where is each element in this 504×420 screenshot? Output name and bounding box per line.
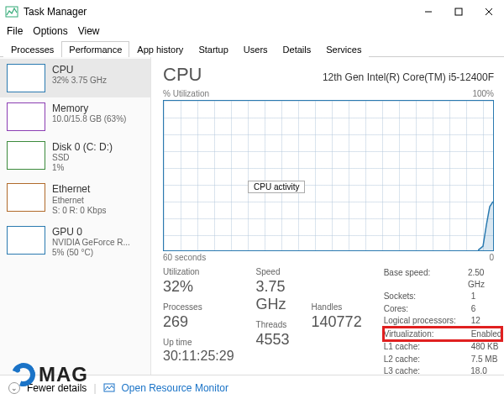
spec-sockets-v: 1 bbox=[471, 291, 476, 302]
sidebar-item-gpu[interactable]: GPU 0 NVIDIA GeForce R... 5% (50 °C) bbox=[0, 221, 150, 263]
window-title: Task Manager bbox=[24, 6, 413, 18]
gpu-thumbnail bbox=[7, 226, 45, 255]
spec-lp-k: Logical processors: bbox=[384, 315, 459, 327]
sidebar-item-cpu[interactable]: CPU 32% 3.75 GHz bbox=[0, 59, 150, 97]
sidebar-item-disk[interactable]: Disk 0 (C: D:) SSD 1% bbox=[0, 136, 150, 178]
sidebar: CPU 32% 3.75 GHz Memory 10.0/15.8 GB (63… bbox=[0, 57, 151, 375]
sidebar-memory-sub: 10.0/15.8 GB (63%) bbox=[52, 114, 126, 124]
uptime-value: 30:11:25:29 bbox=[163, 349, 234, 364]
spec-lp-v: 12 bbox=[471, 315, 480, 327]
spec-l2-k: L2 cache: bbox=[384, 354, 459, 365]
chart-ylabel: % Utilization bbox=[163, 89, 209, 98]
spec-virt-v: Enabled bbox=[471, 328, 502, 340]
logo-text: MAG bbox=[39, 363, 88, 386]
detail-model: 12th Gen Intel(R) Core(TM) i5-12400F bbox=[323, 71, 494, 83]
ethernet-thumbnail bbox=[7, 183, 45, 212]
menu-view[interactable]: View bbox=[78, 25, 100, 37]
chart-xleft: 60 seconds bbox=[163, 253, 206, 262]
spec-l1-k: L1 cache: bbox=[384, 341, 459, 353]
watermark-logo: MAG bbox=[12, 363, 88, 386]
logo-icon bbox=[8, 359, 39, 390]
processes-value: 269 bbox=[163, 313, 234, 331]
spec-base-speed-k: Base speed: bbox=[384, 267, 456, 290]
sidebar-cpu-sub: 32% 3.75 GHz bbox=[52, 76, 107, 86]
sidebar-memory-title: Memory bbox=[52, 102, 126, 114]
sidebar-disk-title: Disk 0 (C: D:) bbox=[52, 141, 113, 153]
sidebar-disk-sub1: SSD bbox=[52, 153, 113, 163]
footer-separator: | bbox=[93, 382, 96, 394]
menu-file[interactable]: File bbox=[7, 25, 23, 37]
uptime-label: Up time bbox=[163, 338, 234, 347]
spec-l2-v: 7.5 MB bbox=[471, 354, 498, 365]
chart-tooltip: CPU activity bbox=[248, 181, 305, 193]
spec-cores-k: Cores: bbox=[384, 303, 459, 315]
detail-title: CPU bbox=[163, 64, 202, 86]
tab-startup[interactable]: Startup bbox=[191, 41, 235, 57]
tab-processes[interactable]: Processes bbox=[3, 41, 61, 57]
handles-label: Handles bbox=[312, 302, 362, 312]
sidebar-item-memory[interactable]: Memory 10.0/15.8 GB (63%) bbox=[0, 97, 150, 136]
app-icon bbox=[5, 5, 18, 18]
sidebar-gpu-sub1: NVIDIA GeForce R... bbox=[52, 238, 130, 248]
spec-l1-v: 480 KB bbox=[471, 341, 499, 353]
spec-l3-v: 18.0 MB bbox=[470, 365, 501, 375]
sidebar-eth-sub2: S: 0 R: 0 Kbps bbox=[52, 206, 106, 216]
minimize-button[interactable] bbox=[413, 2, 444, 22]
sidebar-gpu-sub2: 5% (50 °C) bbox=[52, 248, 130, 258]
tab-services[interactable]: Services bbox=[318, 41, 369, 57]
spec-cores-v: 6 bbox=[471, 303, 476, 315]
sidebar-eth-sub1: Ethernet bbox=[52, 196, 106, 206]
utilization-value: 32% bbox=[163, 278, 234, 296]
menu-options[interactable]: Options bbox=[33, 25, 67, 37]
sidebar-cpu-title: CPU bbox=[52, 64, 107, 76]
tab-app-history[interactable]: App history bbox=[129, 41, 191, 57]
tab-performance[interactable]: Performance bbox=[61, 41, 129, 57]
threads-value: 4553 bbox=[256, 331, 290, 349]
speed-value: 3.75 GHz bbox=[256, 278, 290, 313]
cpu-chart: CPU activity bbox=[163, 100, 494, 251]
chart-xright: 0 bbox=[489, 253, 494, 262]
sidebar-disk-sub2: 1% bbox=[52, 163, 113, 173]
speed-label: Speed bbox=[256, 267, 290, 276]
spec-base-speed-v: 2.50 GHz bbox=[468, 267, 501, 290]
disk-thumbnail bbox=[7, 141, 45, 170]
tab-users[interactable]: Users bbox=[236, 41, 276, 57]
maximize-button[interactable] bbox=[444, 2, 474, 22]
sidebar-eth-title: Ethernet bbox=[52, 183, 106, 195]
handles-value: 140772 bbox=[312, 313, 362, 331]
threads-label: Threads bbox=[256, 320, 290, 329]
chart-ymax: 100% bbox=[472, 89, 494, 98]
spec-l3-k: L3 cache: bbox=[384, 365, 459, 375]
sidebar-item-ethernet[interactable]: Ethernet Ethernet S: 0 R: 0 Kbps bbox=[0, 178, 150, 220]
spec-virt-k: Virtualization: bbox=[384, 328, 459, 340]
virtualization-row: Virtualization:Enabled bbox=[384, 328, 502, 341]
svg-rect-2 bbox=[455, 8, 462, 15]
open-resource-monitor-link[interactable]: Open Resource Monitor bbox=[122, 382, 228, 394]
sidebar-gpu-title: GPU 0 bbox=[52, 226, 130, 238]
close-button[interactable] bbox=[474, 2, 504, 22]
processes-label: Processes bbox=[163, 302, 234, 312]
tab-details[interactable]: Details bbox=[276, 41, 319, 57]
monitor-icon[interactable] bbox=[103, 382, 115, 394]
cpu-thumbnail bbox=[7, 64, 45, 92]
utilization-label: Utilization bbox=[163, 267, 234, 276]
spec-sockets-k: Sockets: bbox=[384, 291, 459, 302]
memory-thumbnail bbox=[7, 102, 45, 131]
